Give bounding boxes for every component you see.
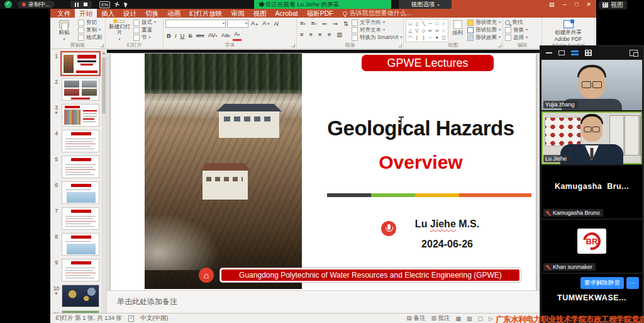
line-spacing-button[interactable]: ⇅ xyxy=(342,20,350,28)
participant-tile-Khan sunmaker[interactable]: BRKhan sunmaker xyxy=(541,220,642,273)
input-language-badge[interactable]: EN xyxy=(99,1,110,8)
slide-title[interactable]: Geological Hazards xyxy=(306,116,536,140)
shape-fill-button[interactable]: 形状填充▾ xyxy=(467,19,501,26)
shrink-font-button[interactable]: A▼ xyxy=(261,19,271,28)
tab-动画[interactable]: 动画 xyxy=(163,9,185,18)
pause-recording-button[interactable] xyxy=(75,3,79,7)
slide-thumbnail[interactable] xyxy=(62,207,99,230)
smartart-button[interactable]: 转换为 SmartArt▾ xyxy=(352,34,402,41)
align-center-button[interactable]: ≡ xyxy=(308,30,314,38)
shape-icon[interactable]: ╲ xyxy=(420,20,427,27)
tell-me-box[interactable]: 告诉我您想要做什么... xyxy=(343,9,411,18)
underline-button[interactable]: U xyxy=(179,31,186,40)
reading-view-button[interactable]: ▢ xyxy=(478,315,484,322)
shape-icon[interactable]: ▯ xyxy=(414,20,421,27)
font-color-button[interactable]: A▾ xyxy=(233,30,241,41)
maximize-button[interactable]: □ xyxy=(575,1,578,8)
notes-toggle[interactable]: ▤ 备注 xyxy=(406,314,425,322)
thumbnail-row-5[interactable]: 5 xyxy=(53,156,102,178)
shape-icon[interactable]: ▭ xyxy=(407,20,414,27)
thumbnail-row-10[interactable]: 10∗ xyxy=(53,285,102,307)
font-dialog-launcher[interactable] xyxy=(292,44,295,47)
shape-icon[interactable]: ~ xyxy=(427,34,434,41)
replace-button[interactable]: 替换▾ xyxy=(505,26,528,33)
align-left-button[interactable]: ≡ xyxy=(299,30,305,38)
participant-tile-Lu Jiehe[interactable]: Lu Jiehe xyxy=(541,111,642,164)
participant-tile-Yujia zhang[interactable]: Yujia zhang xyxy=(541,60,642,110)
shape-icon[interactable]: ◇ xyxy=(420,27,427,34)
slideshow-button[interactable]: ▷ xyxy=(489,315,493,322)
speaker-view-icon[interactable] xyxy=(571,50,579,55)
tab-文件[interactable]: 文件 xyxy=(53,9,75,18)
ribbon-display-options-icon[interactable]: ▤ xyxy=(549,1,555,8)
shape-icon[interactable]: ◠ xyxy=(407,34,414,41)
shape-icon[interactable]: ● xyxy=(433,34,440,41)
meeting-view-button[interactable]: 视图 xyxy=(599,1,627,9)
comments-toggle[interactable]: ▥ 批注 xyxy=(431,314,450,322)
ask-to-unmute-button[interactable]: 要求解除静音 xyxy=(580,277,624,289)
slide-thumbnail[interactable] xyxy=(62,181,99,204)
shape-icon[interactable]: ▽ xyxy=(414,27,421,34)
minimize-button[interactable]: ─ xyxy=(563,1,567,8)
shape-icon[interactable]: ⇐ xyxy=(427,27,434,34)
shape-outline-button[interactable]: 形状轮廓▾ xyxy=(467,26,501,33)
shape-icon[interactable]: ⇒ xyxy=(433,27,440,34)
language-status[interactable]: 中文(中国) xyxy=(140,314,168,322)
paste-button[interactable]: 粘贴▾ xyxy=(52,19,76,42)
thumbnail-row-4[interactable]: 4 xyxy=(53,130,102,152)
tab-插入[interactable]: 插入 xyxy=(97,9,119,18)
find-button[interactable]: 查找 xyxy=(505,19,528,26)
shape-icon[interactable]: ─ xyxy=(427,20,434,27)
align-text-button[interactable]: 对齐文本▾ xyxy=(352,26,402,33)
tab-视图[interactable]: 视图 xyxy=(249,9,271,18)
tab-福昕PDF[interactable]: 福昕PDF xyxy=(303,9,338,18)
shadow-button[interactable]: abc xyxy=(195,31,206,40)
slide-thumbnail[interactable] xyxy=(62,233,99,256)
decrease-indent-button[interactable]: ⇐ xyxy=(321,20,328,28)
bullets-button[interactable]: ≡▾ xyxy=(299,19,307,28)
slide-thumbnail[interactable] xyxy=(62,78,99,101)
shape-icon[interactable]: □ xyxy=(433,20,440,27)
shape-icon[interactable]: ☆ xyxy=(440,27,447,34)
tab-设计[interactable]: 设计 xyxy=(119,9,141,18)
section-button[interactable]: 节▾ xyxy=(133,34,156,41)
slide-sorter-button[interactable]: ▨ xyxy=(467,315,472,322)
drawing-dialog-launcher[interactable] xyxy=(498,44,501,47)
numbering-button[interactable]: ≡▾ xyxy=(310,19,318,28)
cut-button[interactable]: 剪切 xyxy=(78,19,103,26)
close-button[interactable]: ✕ xyxy=(586,1,591,8)
change-case-button[interactable]: Aa▾ xyxy=(220,31,232,40)
gallery-view-icon[interactable] xyxy=(585,50,592,56)
layout-button[interactable]: 版式▾ xyxy=(133,19,156,26)
scroll-up-icon[interactable]: ▲ xyxy=(101,50,106,56)
shape-icon[interactable]: } xyxy=(420,34,427,41)
minimize-panel-icon[interactable] xyxy=(546,52,552,54)
reset-button[interactable]: 重置 xyxy=(133,26,156,33)
create-share-pdf-button[interactable]: 创建并共享 Adobe PDF xyxy=(548,19,589,42)
font-size-combo[interactable] xyxy=(227,20,248,28)
shape-effects-button[interactable]: 形状效果▾ xyxy=(467,34,501,41)
strikethrough-button[interactable]: S xyxy=(187,31,193,40)
recording-indicator[interactable]: 录制中... xyxy=(18,1,55,8)
tab-Acrobat[interactable]: Acrobat xyxy=(271,9,303,18)
tab-切换[interactable]: 切换 xyxy=(141,9,163,18)
slide-thumbnail[interactable] xyxy=(62,156,99,178)
align-right-button[interactable]: ≡ xyxy=(317,30,323,38)
thumbnail-row-6[interactable]: 6 xyxy=(53,181,102,204)
shape-icon[interactable]: ○ xyxy=(440,20,447,27)
slide-thumbnail[interactable] xyxy=(62,259,99,281)
bold-button[interactable]: B xyxy=(165,31,172,40)
participant-tile-Kamugasha Bruno[interactable]: Kamugasha Bru...Kamugasha Bruno xyxy=(541,166,642,218)
slide-thumbnail[interactable] xyxy=(62,104,99,127)
thumbnail-row-1[interactable]: 1 xyxy=(53,52,102,75)
tab-开始[interactable]: 开始 xyxy=(75,9,97,18)
thumbnail-row-9[interactable]: 9 xyxy=(53,259,102,281)
character-spacing-button[interactable]: AV▾ xyxy=(207,31,219,40)
spellcheck-icon[interactable] xyxy=(128,315,134,322)
stop-recording-button[interactable] xyxy=(84,3,87,6)
clear-formatting-button[interactable]: A̸ xyxy=(273,20,279,28)
text-direction-button[interactable]: 文字方向▾ xyxy=(352,19,402,26)
shape-icon[interactable]: △ xyxy=(407,27,414,34)
tab-幻灯片放映[interactable]: 幻灯片放映 xyxy=(185,9,227,18)
notes-pane[interactable]: 单击此处添加备注 xyxy=(107,290,596,313)
